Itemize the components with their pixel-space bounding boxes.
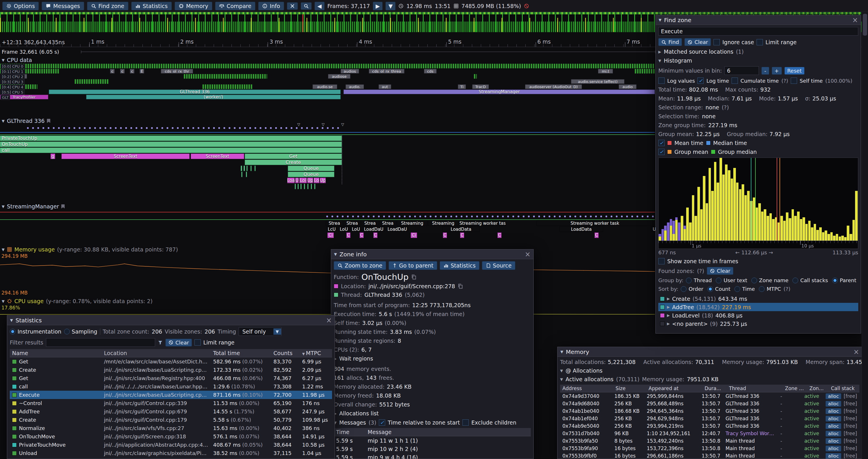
sort-by-radio[interactable]: Order <box>681 286 703 292</box>
exclude-children-checkbox[interactable]: ✓ <box>462 419 469 426</box>
zone-bar[interactable]: Up <box>320 178 326 183</box>
zone-bar[interactable]: LoadData <box>442 227 480 232</box>
zone-bar[interactable]: audio. <box>345 85 364 89</box>
memory-button[interactable]: Memory <box>175 2 212 10</box>
allocation-row[interactable]: 0x7553b9fa90 16 bytes 153,722,396ns 13:5… <box>560 445 859 452</box>
zone-bar[interactable]: C <box>443 232 447 238</box>
zone-bar[interactable]: LoU <box>350 227 361 232</box>
zone-bar[interactable] <box>635 69 655 73</box>
copy-icon[interactable] <box>458 283 463 289</box>
zoom-to-zone-button[interactable]: Zoom to zone <box>334 261 386 270</box>
find-zone-button[interactable]: Find zone <box>87 2 128 10</box>
statistics-table-row[interactable]: PrivateTouchMove jni/../jni/application/… <box>10 440 332 449</box>
zone-bar[interactable]: TracD <box>472 85 489 89</box>
statistics-table-row[interactable]: Get /mnt/e/claw/src/claw/base/AssetDict.… <box>10 357 332 366</box>
zone-bar[interactable] <box>298 184 299 189</box>
zone-bar[interactable] <box>250 166 252 171</box>
bookmark-icon[interactable] <box>47 119 50 123</box>
cpu-core-rows[interactable]: [0:0] CPU 0cccËcds_ol_rx_thraudioscds_ol… <box>0 64 655 100</box>
statistics-table-row[interactable]: AddTree jni/../jni/src/guif/Control.cpp:… <box>10 407 332 416</box>
zone-bar[interactable]: Create <box>245 160 342 165</box>
zone-bar[interactable]: PrivateTouchUp <box>0 135 342 141</box>
zone-bar[interactable]: C <box>460 232 464 238</box>
zone-bar[interactable]: Up <box>307 178 313 183</box>
zone-bar[interactable]: U <box>295 178 299 183</box>
zone-bar[interactable]: audioserver (AudioOut_D) <box>525 85 582 89</box>
close-icon[interactable]: × <box>326 317 332 324</box>
statistics-window-titlebar[interactable]: ▼ Statistics × <box>7 316 335 325</box>
statistics-table-row[interactable]: ~Control jni/../jni/src/guif/Control.cpp… <box>10 399 332 407</box>
statistics-table-row[interactable]: Get jni/../jni/src/claw/base/Registry.hp… <box>10 374 332 382</box>
decrement-button[interactable]: - <box>762 67 769 75</box>
instrumentation-radio[interactable]: Instrumentation <box>10 328 61 335</box>
draw-group-lines-checkbox[interactable]: ✓ <box>658 149 664 155</box>
zone-bar[interactable]: c <box>130 69 134 73</box>
zone-bar[interactable]: Ci <box>411 232 417 238</box>
draw-mean-lines-checkbox[interactable]: ✓ <box>658 140 664 146</box>
time-relative-checkbox[interactable]: ✓ <box>379 419 385 426</box>
zone-bar[interactable]: mi.t <box>598 69 613 73</box>
group-by-radio[interactable]: Thread <box>686 277 712 283</box>
alloc-callstack-button[interactable]: alloc <box>826 416 841 422</box>
zone-bar[interactable]: cds_ol_rx_threa <box>369 69 404 73</box>
zone-bar[interactable]: LoU <box>338 227 349 232</box>
group-by-radio[interactable]: Call stacks <box>793 277 828 283</box>
allocations-toggle[interactable]: ▼ @ Allocations <box>560 367 859 374</box>
show-zone-time-checkbox[interactable]: ✓ <box>658 258 664 264</box>
go-to-parent-button[interactable]: ↑Go to parent <box>389 261 437 270</box>
zone-bar[interactable]: Ë <box>140 69 144 73</box>
zone-bar[interactable]: cds_ol_rx_thr <box>161 69 193 73</box>
alloc-callstack-button[interactable]: alloc <box>826 423 841 429</box>
wait-regions-toggle[interactable]: ▶ Wait regions <box>334 355 531 362</box>
messages-button[interactable]: Messages <box>42 2 84 10</box>
close-icon[interactable]: × <box>525 251 530 258</box>
statistics-table-row[interactable]: Unload jni/../jni/src/claw/graphics/pixe… <box>10 449 332 457</box>
options-button[interactable]: Options <box>2 2 39 10</box>
min-values-input[interactable] <box>724 66 759 75</box>
allocation-row[interactable]: 0x74ab1be040 186.68 KB 294,645,364ns 13:… <box>560 407 859 415</box>
zone-bar[interactable]: Queue <box>288 172 334 177</box>
zone-bar[interactable]: LcU <box>326 227 337 232</box>
zone-bar[interactable]: GLThread 336 <box>49 90 341 94</box>
zone-info-titlebar[interactable]: ▼ Zone info × <box>331 250 533 259</box>
histogram-toggle[interactable]: ▼ Histogram <box>658 57 858 64</box>
allocation-row[interactable]: 0x74ab9e5040 256 KB 293,994,219ns 13:50.… <box>560 422 859 430</box>
zone-bar[interactable]: Lo <box>314 178 319 183</box>
zone-bar[interactable]: g <box>51 154 55 159</box>
zone-bar[interactable]: Ci <box>328 232 334 238</box>
zone-bar[interactable]: Loa <box>287 178 295 183</box>
bookmark-icon[interactable] <box>61 204 65 209</box>
zone-bar[interactable]: ScreenText <box>191 154 244 159</box>
zone-bar[interactable]: c <box>120 69 125 73</box>
zone-bar[interactable]: Strea <box>379 221 396 226</box>
memory-window-titlebar[interactable]: ▼ Memory × <box>558 347 862 357</box>
alloc-callstack-button[interactable]: alloc <box>826 446 841 452</box>
limit-range-checkbox[interactable]: ✓ <box>756 39 763 45</box>
clear-found-button[interactable]: Clear <box>707 267 733 275</box>
help-icon[interactable]: (?) <box>722 104 729 110</box>
glthread-message-dots[interactable] <box>26 126 342 130</box>
zone-bar[interactable]: audiose <box>328 74 350 79</box>
allocation-row[interactable]: 0x74a9d37040 186.35 KB 295,999,844ns 13:… <box>560 392 859 400</box>
statistics-table-row[interactable]: Execute jni/../jni/src/claw/base/LuaScri… <box>10 391 332 399</box>
glthread-section-header[interactable]: ▼ GLThread 336 <box>2 118 50 124</box>
zone-bar[interactable]: LoadDaU <box>363 227 385 232</box>
close-icon[interactable]: × <box>852 17 858 24</box>
streaming-zone-rows[interactable]: StreaStreaStreaStreaStreamingStreamingSt… <box>0 221 655 238</box>
zone-bar[interactable] <box>203 85 253 89</box>
help-icon[interactable]: (?) <box>697 268 704 274</box>
reset-button[interactable]: Reset <box>784 67 805 75</box>
statistics-table-row[interactable]: Create jni/../jni/src/guif/Control.cpp:1… <box>10 416 332 424</box>
help-icon[interactable]: (?) <box>781 78 788 84</box>
zone-bar[interactable]: Get <box>245 154 342 159</box>
zone-bar[interactable]: Streaming <box>397 221 427 226</box>
message-row[interactable]: 5.59 s mip 9 w 4 h 4 (16) <box>334 453 531 459</box>
group-by-radio[interactable]: User text <box>716 277 747 283</box>
allocations-table-header[interactable]: Address Size Appeared at Dura... Thread … <box>560 385 859 392</box>
help-icon[interactable]: (?) <box>783 286 790 292</box>
column-total-time[interactable]: Total time <box>211 349 271 357</box>
find-zone-titlebar[interactable]: ▼ Find zone × <box>656 15 861 25</box>
zone-bar[interactable]: cds <box>424 69 437 73</box>
zone-bar[interactable] <box>311 184 312 189</box>
found-zone-group[interactable]: ▶ AddTree (18,542) 227.19 ms <box>658 303 858 311</box>
